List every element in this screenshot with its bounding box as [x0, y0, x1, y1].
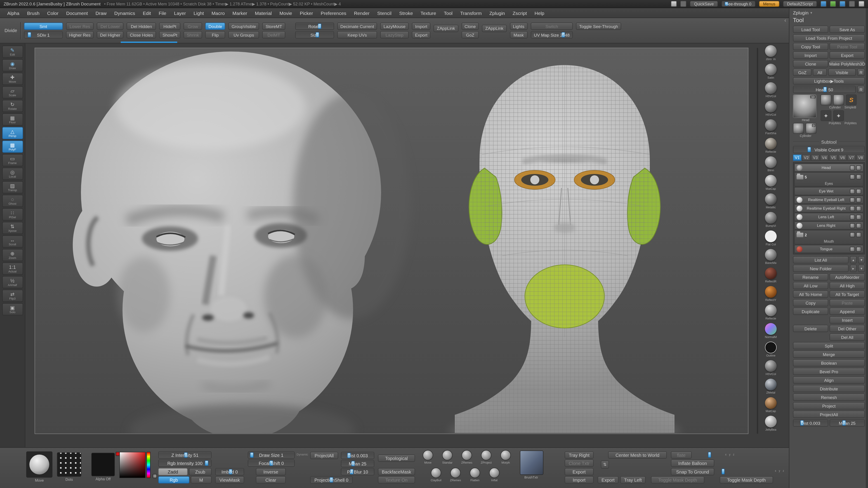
- eye-icon[interactable]: [856, 223, 861, 228]
- clear-button[interactable]: Clear: [256, 476, 286, 484]
- export-button-2[interactable]: Export: [598, 476, 618, 484]
- active-color-swatch[interactable]: [116, 452, 120, 456]
- grid-icon[interactable]: [671, 1, 677, 7]
- subtool-section-button[interactable]: Split: [793, 342, 865, 349]
- material-item[interactable]: Outline: [765, 341, 777, 357]
- paste-subtool-button[interactable]: Paste: [830, 299, 865, 306]
- dynamic-label[interactable]: Dynamic: [297, 453, 308, 456]
- pin-icon[interactable]: [681, 1, 686, 7]
- list-all-button[interactable]: List All: [793, 256, 848, 263]
- all-to-target-button[interactable]: All To Target: [830, 291, 865, 298]
- shelf-button[interactable]: HidePt: [159, 23, 181, 30]
- brush-shortcut[interactable]: ZRemes: [459, 450, 474, 464]
- shelf-button[interactable]: Lights: [510, 23, 528, 30]
- slider-handle[interactable]: [708, 452, 711, 458]
- eye-icon[interactable]: [856, 206, 861, 211]
- tray-right-button[interactable]: Tray Right: [565, 451, 594, 459]
- dist-slider-bottom[interactable]: Dist 0.003: [341, 452, 374, 459]
- subtool-section-button[interactable]: Bevel Pro: [793, 368, 865, 375]
- eye-icon[interactable]: [856, 189, 861, 194]
- shelf-button[interactable]: Shrink: [184, 31, 202, 38]
- inflate-balloon-button[interactable]: Inflate Balloon: [671, 459, 714, 467]
- focal-shift-slider[interactable]: Focal Shift 0: [248, 459, 295, 467]
- subtool-row[interactable]: Realtime Eyeball Left: [794, 196, 864, 204]
- gear-icon[interactable]: [850, 165, 855, 170]
- tool-thumbnail-head2[interactable]: 0: [806, 123, 816, 134]
- subtool-section-button[interactable]: ProjectAll: [793, 411, 865, 418]
- toggle-mask-depth-button[interactable]: Toggle Mask Depth: [651, 476, 704, 484]
- load-tools-from-project-button[interactable]: Load Tools From Project: [793, 34, 865, 41]
- zadd-button[interactable]: Zadd: [158, 468, 188, 475]
- shelf-button[interactable]: ZAppLink: [482, 25, 506, 32]
- menu-item[interactable]: Texture: [417, 9, 440, 17]
- inverse-button[interactable]: Inverse: [256, 468, 286, 475]
- viewport[interactable]: [25, 43, 789, 447]
- goz-r-button[interactable]: R: [857, 69, 865, 76]
- material-item[interactable]: MatCap: [765, 175, 777, 190]
- shelf-button[interactable]: StoreMT: [262, 23, 285, 30]
- eye-icon[interactable]: [856, 165, 861, 170]
- gear-icon[interactable]: [850, 189, 855, 194]
- export-button[interactable]: Export: [830, 52, 865, 59]
- material-item[interactable]: BasicMa: [765, 249, 777, 264]
- brush-shortcut[interactable]: Move: [421, 450, 435, 464]
- menu-item[interactable]: Zscript: [509, 9, 530, 17]
- tool-thumbnail-head[interactable]: 10: [793, 94, 816, 118]
- all-high-button[interactable]: All High: [830, 282, 865, 289]
- dock-tool-button[interactable]: ▱ Scale: [2, 86, 23, 98]
- eye-icon[interactable]: [856, 197, 861, 202]
- secondary-color-swatch[interactable]: [153, 474, 157, 478]
- gear-icon[interactable]: [850, 174, 855, 180]
- subtool-row[interactable]: 2 Mouth: [794, 230, 864, 245]
- brush-shortcut[interactable]: Standar: [440, 450, 455, 464]
- tool-r-button[interactable]: R: [857, 86, 865, 93]
- chevron-left-icon[interactable]: ‹: [784, 17, 786, 24]
- material-item[interactable]: Reflecte: [765, 138, 777, 153]
- material-item[interactable]: ReflectR: [765, 267, 777, 283]
- material-item[interactable]: HSVCol: [765, 101, 777, 116]
- flip-vertical-icon[interactable]: ⇅: [601, 460, 609, 468]
- imbed-slider[interactable]: Imbed 0: [215, 468, 244, 475]
- dock-tool-button[interactable]: ✎ Edit: [2, 46, 23, 58]
- tool-thumbnail-simplebrush[interactable]: [833, 94, 844, 105]
- projectall-button[interactable]: ProjectAll: [310, 452, 338, 459]
- menu-item[interactable]: Light: [190, 9, 208, 17]
- subtool-view-tab[interactable]: V7: [847, 155, 856, 161]
- backfacemask-button[interactable]: BackfaceMask: [378, 468, 415, 475]
- menus-button[interactable]: Menus: [759, 1, 779, 7]
- zsub-button[interactable]: Zsub: [189, 468, 212, 475]
- shelf-button[interactable]: UV Map Size 2048: [531, 31, 573, 38]
- tool-thumbnail-zsphere[interactable]: S: [846, 94, 857, 105]
- z-intensity-slider[interactable]: Z Intensity 51: [158, 451, 212, 459]
- material-item[interactable]: Reflecte: [765, 304, 777, 320]
- new-folder-button[interactable]: New Folder: [793, 265, 848, 272]
- subtool-section-button[interactable]: Distribute: [793, 385, 865, 392]
- dist-slider[interactable]: Dist 0.003: [793, 419, 828, 427]
- shelf-button[interactable]: Flip: [205, 31, 225, 38]
- folder-down-icon[interactable]: ▾: [858, 265, 865, 272]
- menu-item[interactable]: Transform: [457, 9, 485, 17]
- clone-button[interactable]: Clone: [793, 60, 828, 67]
- shelf-button[interactable]: Del Hidden: [127, 23, 156, 30]
- material-item[interactable]: FastSha: [765, 119, 777, 135]
- move-up-icon[interactable]: ▴: [850, 256, 857, 263]
- menu-item[interactable]: Preferences: [317, 9, 350, 17]
- snap-to-ground-button[interactable]: Snap To Ground: [671, 468, 714, 475]
- menu-item[interactable]: Stroke: [396, 9, 416, 17]
- axis-lock-buttons[interactable]: x y z: [725, 453, 735, 456]
- shelf-button[interactable]: ShowPt: [159, 31, 181, 38]
- menu-item[interactable]: Render: [350, 9, 373, 17]
- delete-button[interactable]: Delete: [793, 325, 828, 332]
- shelf-button[interactable]: SDiv 1: [24, 31, 63, 38]
- material-item[interactable]: JellyBea: [765, 416, 777, 431]
- config-icon[interactable]: [859, 1, 864, 7]
- split-layout-icon[interactable]: [839, 1, 845, 7]
- brush-shortcut[interactable]: ZRemes: [448, 468, 463, 482]
- load-tool-button[interactable]: Load Tool: [793, 26, 828, 33]
- brush-shortcut[interactable]: ClayBuil: [429, 468, 443, 482]
- shelf-button[interactable]: Size: [295, 31, 334, 38]
- texture-preview[interactable]: [520, 451, 544, 475]
- eye-icon[interactable]: [856, 174, 861, 180]
- canvas-scrollbar[interactable]: [757, 48, 758, 434]
- tool-thumbnail-polymesh-star3d[interactable]: [833, 110, 844, 121]
